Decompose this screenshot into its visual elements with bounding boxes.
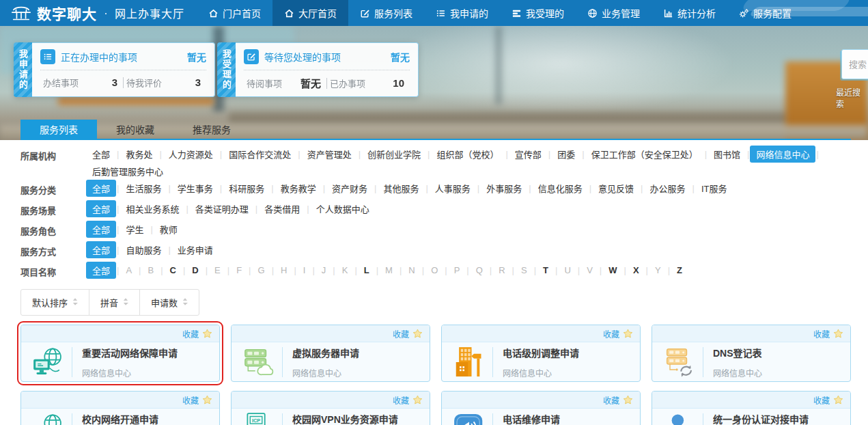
filter-option[interactable]: 教务教学	[275, 180, 322, 197]
filter-option[interactable]: P	[448, 263, 466, 277]
to-read-stat[interactable]: 待阅事项 暂无	[244, 76, 326, 90]
filter-option[interactable]: 团委	[551, 146, 581, 163]
pending-tasks-value[interactable]: 暂无	[391, 50, 410, 64]
nav-item-1[interactable]: 大厅首页	[272, 0, 348, 26]
star-icon[interactable]	[202, 395, 212, 405]
favorite-button[interactable]: 收藏	[393, 394, 409, 406]
filter-option[interactable]: H	[275, 263, 293, 277]
star-icon[interactable]	[623, 395, 633, 405]
filter-option[interactable]: 办公服务	[643, 180, 691, 197]
completed-stat[interactable]: 办结事项 3	[40, 76, 123, 89]
filter-option[interactable]: L	[358, 263, 376, 277]
nav-item-6[interactable]: 统计分析	[652, 0, 727, 26]
filter-option[interactable]: 国际合作交流处	[223, 146, 297, 163]
recent-search-label[interactable]: 最近搜索	[836, 86, 868, 109]
favorite-button[interactable]: 收藏	[182, 394, 199, 406]
filter-option[interactable]: 个人数据中心	[310, 200, 376, 217]
filter-option[interactable]: 全部	[86, 262, 116, 279]
filter-option[interactable]: 后勤管理服务中心	[86, 163, 169, 180]
filter-option[interactable]: 相关业务系统	[120, 200, 185, 217]
filter-option[interactable]: IT服务	[695, 180, 733, 197]
service-card-title[interactable]: 虚拟服务器申请	[292, 346, 359, 359]
service-card-title[interactable]: 电话维修申请	[503, 412, 560, 425]
to-review-stat[interactable]: 待我评价 3	[124, 76, 206, 89]
filter-option[interactable]: X	[627, 263, 645, 277]
star-icon[interactable]	[833, 395, 843, 405]
filter-option[interactable]: E	[208, 263, 227, 277]
filter-option[interactable]: S	[515, 263, 533, 277]
star-icon[interactable]	[202, 329, 212, 338]
service-card[interactable]: 收藏校内网络开通申请网络信息中心	[20, 391, 220, 425]
filter-option[interactable]: 其他服务	[377, 180, 425, 197]
filter-option[interactable]: Z	[671, 263, 688, 277]
done-stat[interactable]: 已办事项 10	[327, 77, 410, 90]
star-icon[interactable]	[412, 395, 423, 405]
service-card-title[interactable]: 电话级别调整申请	[503, 346, 579, 359]
filter-option[interactable]: 人力资源处	[163, 146, 219, 163]
my-accepted-tab[interactable]: 我受理的	[217, 42, 236, 97]
service-card[interactable]: 收藏电话维修申请网络信息中心	[441, 391, 641, 425]
star-icon[interactable]	[623, 329, 633, 338]
filter-option[interactable]: U	[558, 263, 576, 277]
filter-option[interactable]: Q	[470, 263, 489, 277]
filter-option[interactable]: B	[141, 263, 160, 277]
service-card-title[interactable]: DNS登记表	[713, 346, 762, 359]
filter-option[interactable]: 资产管理处	[301, 146, 358, 163]
service-card[interactable]: 收藏DNS登记表网络信息中心	[652, 325, 851, 382]
filter-option[interactable]: N	[402, 263, 421, 277]
filter-option[interactable]: 全部	[86, 221, 116, 238]
filter-option[interactable]: T	[537, 263, 555, 277]
nav-item-3[interactable]: 我申请的	[424, 0, 500, 26]
filter-option[interactable]: 各类借用	[258, 200, 306, 217]
filter-option[interactable]: 教务处	[120, 146, 158, 163]
service-card[interactable]: 收藏统一身份认证对接申请网络信息中心	[652, 391, 851, 425]
filter-option[interactable]: 信息化服务	[532, 180, 589, 197]
nav-item-7[interactable]: 服务配置	[727, 0, 803, 26]
filter-option[interactable]: 保卫工作部（安全保卫处）	[585, 146, 704, 163]
filter-option[interactable]: D	[186, 263, 204, 277]
sort-button-0[interactable]: 默认排序	[21, 290, 89, 315]
favorite-button[interactable]: 收藏	[603, 394, 619, 406]
filter-option[interactable]: K	[336, 263, 354, 277]
filter-option[interactable]: 宣传部	[509, 146, 548, 163]
filter-option[interactable]: 人事服务	[429, 180, 477, 197]
service-card[interactable]: 收藏虚拟服务器申请网络信息中心	[231, 325, 430, 382]
service-card-title[interactable]: 重要活动网络保障申请	[82, 346, 178, 359]
filter-option[interactable]: 全部	[86, 146, 116, 163]
filter-option[interactable]: 全部	[86, 180, 116, 197]
filter-option[interactable]: 全部	[86, 241, 116, 258]
filter-option[interactable]: O	[425, 263, 444, 277]
nav-item-4[interactable]: 我受理的	[500, 0, 576, 26]
pending-tasks-label[interactable]: 等待您处理的事项	[264, 50, 385, 64]
filter-option[interactable]: W	[602, 263, 623, 277]
filter-option[interactable]: G	[252, 263, 271, 277]
tab-0[interactable]: 服务列表	[20, 120, 97, 140]
filter-option[interactable]: M	[379, 263, 399, 277]
favorite-button[interactable]: 收藏	[813, 394, 830, 406]
filter-option[interactable]: 生活服务	[120, 180, 167, 197]
filter-option[interactable]: 科研服务	[223, 180, 270, 197]
tab-2[interactable]: 推荐服务	[173, 120, 250, 140]
filter-option[interactable]: 全部	[86, 200, 116, 217]
filter-option[interactable]: 网络信息中心	[750, 146, 815, 163]
service-card[interactable]: 收藏ICP校园网VPN业务资源申请网络信息中心	[231, 391, 430, 425]
filter-option[interactable]: 业务申请	[171, 241, 219, 258]
star-icon[interactable]	[833, 329, 843, 338]
filter-option[interactable]: 学生事务	[171, 180, 219, 197]
filter-option[interactable]: A	[120, 263, 138, 277]
favorite-button[interactable]: 收藏	[813, 328, 830, 340]
filter-option[interactable]: 自助服务	[120, 241, 167, 258]
favorite-button[interactable]: 收藏	[603, 328, 619, 340]
tab-1[interactable]: 我的收藏	[97, 120, 173, 140]
star-icon[interactable]	[412, 329, 423, 338]
service-card-title[interactable]: 校内网络开通申请	[82, 412, 158, 425]
filter-option[interactable]: V	[580, 263, 599, 277]
filter-option[interactable]: 图书馆	[708, 146, 746, 163]
nav-item-5[interactable]: 业务管理	[576, 0, 652, 26]
service-card[interactable]: 收藏重要活动网络保障申请网络信息中心	[20, 325, 220, 382]
filter-option[interactable]: 外事服务	[480, 180, 528, 197]
in-progress-label[interactable]: 正在办理中的事项	[61, 50, 182, 64]
filter-option[interactable]: C	[164, 263, 182, 277]
sort-button-1[interactable]: 拼音	[89, 290, 140, 315]
nav-item-0[interactable]: 门户首页	[197, 0, 272, 26]
